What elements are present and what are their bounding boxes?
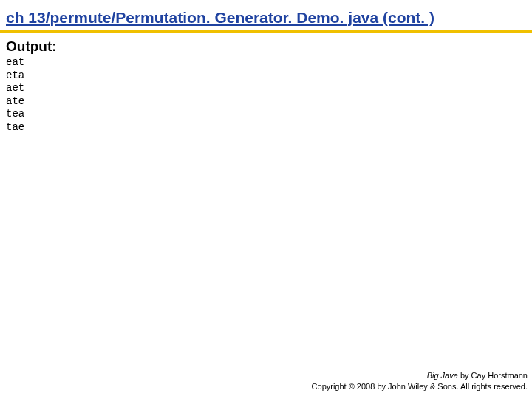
output-line: eat	[6, 56, 526, 69]
output-line: aet	[6, 82, 526, 95]
footer-byline: by Cay Horstmann	[458, 371, 528, 380]
footer-copyright: Copyright © 2008 by John Wiley & Sons. A…	[312, 381, 528, 392]
output-line: eta	[6, 69, 526, 83]
output-label: Output:	[6, 38, 526, 55]
output-list: eat eta aet ate tea tae	[6, 56, 526, 134]
footer: Big Java by Cay Horstmann Copyright © 20…	[312, 370, 528, 392]
footer-line-1: Big Java by Cay Horstmann	[312, 370, 528, 381]
book-title: Big Java	[427, 371, 458, 380]
content-area: Output: eat eta aet ate tea tae	[0, 33, 532, 134]
slide-title: ch 13/permute/Permutation. Generator. De…	[0, 0, 532, 30]
output-line: tea	[6, 108, 526, 121]
output-line: tae	[6, 121, 526, 134]
output-line: ate	[6, 95, 526, 109]
